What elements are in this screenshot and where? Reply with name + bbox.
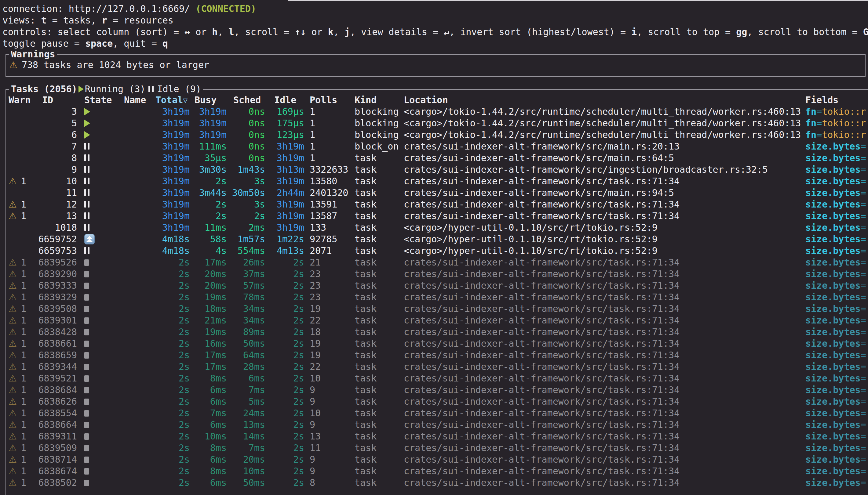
- task-total: 2s: [155, 326, 190, 338]
- task-id: 6659752: [38, 234, 83, 245]
- header-polls[interactable]: Polls: [304, 94, 349, 106]
- task-kind: blocking: [349, 106, 404, 118]
- task-row[interactable]: ⚠1 6838659 2s 17ms 64ms 2s 19 task crate…: [6, 349, 868, 361]
- field-key: size.bytes: [805, 164, 861, 175]
- task-row[interactable]: ⚠1 6838664 2s 6ms 13ms 2s 9 task crates/…: [6, 419, 868, 431]
- task-total: 2s: [155, 280, 190, 291]
- task-row[interactable]: ⚠1 6838626 2s 6ms 5ms 2s 9 task crates/s…: [6, 396, 868, 407]
- status-text: , scroll to top =: [637, 27, 736, 37]
- task-warn-cell: ⚠: [9, 187, 38, 199]
- header-fields[interactable]: Fields: [805, 94, 868, 106]
- header-kind[interactable]: Kind: [349, 94, 404, 106]
- task-busy: 6ms: [190, 384, 227, 396]
- field-key: size.bytes: [805, 466, 861, 476]
- warn-count: 1: [21, 384, 26, 396]
- task-row[interactable]: ⚠1 6838554 2s 7ms 24ms 2s 10 task crates…: [6, 407, 868, 419]
- warn-count: 1: [21, 291, 26, 303]
- header-id[interactable]: ID: [38, 94, 83, 106]
- task-row[interactable]: ⚠ 6 3h19m 3h19m 0ns 123µs 1 blocking <ca…: [6, 129, 868, 141]
- task-row[interactable]: ⚠1 6839526 2s 17ms 26ms 2s 21 task crate…: [6, 257, 868, 268]
- task-total: 2s: [155, 465, 190, 477]
- task-row[interactable]: ⚠ 9 3h19m 3m30s 1m43s 3h13m 3322633 task…: [6, 164, 868, 175]
- completed-icon: [84, 271, 89, 277]
- task-polls: 13: [304, 431, 349, 442]
- task-location: crates/sui-indexer-alt-framework/src/ing…: [404, 164, 805, 175]
- task-row[interactable]: ⚠1 6838661 2s 16ms 50ms 2s 19 task crate…: [6, 338, 868, 349]
- header-state[interactable]: State: [83, 94, 124, 106]
- field-key: size.bytes: [805, 350, 861, 360]
- task-sched: 13ms: [227, 419, 265, 431]
- task-fields: size.bytes=: [805, 349, 868, 361]
- task-row[interactable]: ⚠1 6839311 2s 10ms 14ms 2s 13 task crate…: [6, 431, 868, 442]
- task-name: [124, 199, 155, 210]
- completed-icon: [84, 294, 89, 301]
- warning-icon: ⚠: [9, 454, 17, 465]
- task-row[interactable]: ⚠ 1018 3h19m 11ms 2ms 3h19m 133 task <ca…: [6, 222, 868, 234]
- tasks-count-label: Tasks (2056): [11, 83, 77, 95]
- task-row[interactable]: ⚠ 11 3h19m 3m44s 30m50s 2h44m 2401320 ta…: [6, 187, 868, 199]
- task-sched: 0ns: [227, 118, 265, 129]
- task-polls: 19: [304, 303, 349, 314]
- task-state-cell: [83, 234, 124, 245]
- task-fields: fn=tokio::r: [805, 118, 868, 129]
- header-location[interactable]: Location: [404, 94, 805, 106]
- status-text: = tasks,: [47, 15, 102, 25]
- task-total: 2s: [155, 396, 190, 407]
- task-row[interactable]: ⚠1 6839290 2s 20ms 37ms 2s 23 task crate…: [6, 268, 868, 280]
- header-name[interactable]: Name: [124, 94, 155, 106]
- header-busy[interactable]: Busy: [190, 94, 227, 106]
- task-kind: task: [349, 164, 404, 175]
- task-state-cell: [83, 152, 124, 164]
- completed-icon: [84, 387, 89, 393]
- header-warn[interactable]: Warn: [9, 94, 38, 106]
- task-sched: 24ms: [227, 407, 265, 419]
- task-row[interactable]: ⚠ 8 3h19m 35µs 0ns 3h19m 1 task crates/s…: [6, 152, 868, 164]
- task-row[interactable]: ⚠1 6839333 2s 20ms 57ms 2s 23 task crate…: [6, 280, 868, 291]
- task-sched: 3s: [227, 175, 265, 187]
- task-row[interactable]: ⚠ 6659753 4m18s 4s 554ms 4m13s 2071 task…: [6, 245, 868, 257]
- task-busy: 8ms: [190, 373, 227, 384]
- pause-icon: [84, 222, 91, 234]
- header-sched[interactable]: Sched: [227, 94, 265, 106]
- task-row[interactable]: ⚠1 6839521 2s 8ms 6ms 2s 10 task crates/…: [6, 373, 868, 384]
- task-state-cell: [83, 187, 124, 199]
- task-idle: 2s: [265, 338, 304, 349]
- task-row[interactable]: ⚠1 12 3h19m 2s 3s 3h19m 13591 task crate…: [6, 199, 868, 210]
- task-row[interactable]: ⚠ 7 3h19m 111ms 0ns 3h19m 1 block_on cra…: [6, 141, 868, 152]
- task-state-cell: [83, 210, 124, 222]
- task-row[interactable]: ⚠1 6839344 2s 17ms 28ms 2s 22 task crate…: [6, 361, 868, 373]
- task-row[interactable]: ⚠ 3 3h19m 3h19m 0ns 169µs 1 blocking <ca…: [6, 106, 868, 118]
- warning-icon: ⚠: [9, 431, 17, 442]
- task-row[interactable]: ⚠1 6839301 2s 21ms 34ms 2s 22 task crate…: [6, 314, 868, 326]
- task-row[interactable]: ⚠1 10 3h19m 2s 3s 3h19m 13580 task crate…: [6, 175, 868, 187]
- task-warn-cell: ⚠1: [9, 477, 38, 489]
- task-row[interactable]: ⚠1 13 3h19m 2s 2s 3h19m 13587 task crate…: [6, 210, 868, 222]
- sort-descending-icon: ▿: [183, 95, 187, 105]
- task-polls: 1: [304, 118, 349, 129]
- task-row[interactable]: ⚠1 6839509 2s 8ms 7ms 2s 11 task crates/…: [6, 442, 868, 454]
- completed-icon: [84, 422, 89, 428]
- header-idle[interactable]: Idle: [265, 94, 304, 106]
- task-idle: 2s: [265, 303, 304, 314]
- task-row[interactable]: ⚠1 6839329 2s 19ms 78ms 2s 23 task crate…: [6, 291, 868, 303]
- task-state-cell: [83, 477, 124, 489]
- task-row[interactable]: ⚠1 6839508 2s 18ms 34ms 2s 19 task crate…: [6, 303, 868, 314]
- task-busy: 3m44s: [190, 187, 227, 199]
- task-row[interactable]: ⚠1 6838428 2s 19ms 89ms 2s 18 task crate…: [6, 326, 868, 338]
- task-total: 3h19m: [155, 118, 190, 129]
- warn-count: 1: [21, 268, 26, 280]
- field-value: tokio::r: [822, 106, 866, 117]
- task-row[interactable]: ⚠1 6838714 2s 6ms 20ms 2s 9 task crates/…: [6, 454, 868, 465]
- task-fields: size.bytes=: [805, 361, 868, 373]
- task-row[interactable]: ⚠1 6838684 2s 6ms 7ms 2s 9 task crates/s…: [6, 384, 868, 396]
- task-idle: 2s: [265, 268, 304, 280]
- task-fields: size.bytes=: [805, 419, 868, 431]
- header-total-sorted[interactable]: Total▿: [155, 94, 190, 106]
- task-row[interactable]: ⚠1 6838502 2s 6ms 50ms 2s 8 task crates/…: [6, 477, 868, 489]
- pause-icon: [148, 83, 155, 95]
- task-state-cell: [83, 129, 124, 141]
- task-row[interactable]: ⚠1 6838674 2s 8ms 10ms 2s 9 task crates/…: [6, 465, 868, 477]
- task-row[interactable]: ⚠ 5 3h19m 3h19m 0ns 175µs 1 blocking <ca…: [6, 118, 868, 129]
- warn-count: 1: [21, 349, 26, 361]
- task-row[interactable]: ⚠ 6659752 4m18s 58s 1m57s 1m22s 92785 ta…: [6, 234, 868, 245]
